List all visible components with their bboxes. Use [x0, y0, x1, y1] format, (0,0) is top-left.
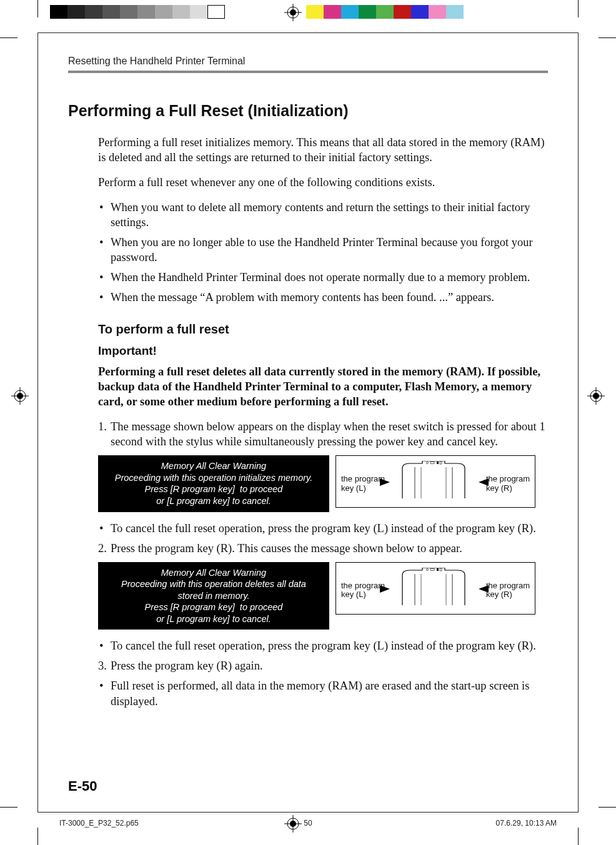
device-diagram-1: the program key (L) the program key (R) [335, 455, 535, 508]
arrow-right-icon [380, 478, 390, 486]
svg-point-20 [427, 462, 429, 464]
figure-1: Memory All Clear Warning Proceeding with… [98, 455, 548, 511]
arrow-right-icon [380, 585, 390, 593]
procedure-steps-final: To cancel the full reset operation, pres… [98, 638, 548, 708]
procedure-steps-cont: To cancel the full reset operation, pres… [98, 521, 548, 556]
swatch [446, 5, 464, 19]
lcd-line: stored in memory. [101, 590, 327, 602]
press-color-bar [50, 5, 481, 19]
registration-mark-icon [587, 387, 605, 405]
lcd-line: Memory All Clear Warning [101, 460, 327, 472]
procedure-heading: To perform a full reset [98, 321, 548, 337]
device-outline-icon [396, 568, 471, 608]
intro-paragraph: Performing a full reset initializes memo… [98, 135, 548, 165]
step-3: Press the program key (R) again. [98, 658, 548, 673]
registration-mark-icon [11, 387, 29, 405]
crop-mark [599, 37, 616, 38]
lcd-screen-1: Memory All Clear Warning Proceeding with… [98, 455, 329, 511]
svg-point-28 [427, 568, 429, 570]
swatch [324, 5, 341, 19]
lcd-line: or [L program key] to cancel. [101, 613, 327, 625]
step-1-cancel: To cancel the full reset operation, pres… [98, 521, 548, 536]
list-item: When you are no longer able to use the H… [98, 235, 548, 265]
procedure-steps: The message shown below appears on the d… [98, 419, 548, 449]
crop-mark [37, 0, 38, 17]
swatch [85, 5, 102, 19]
device-diagram-2: the program key (L) the program key (R) [335, 562, 535, 615]
svg-rect-22 [437, 462, 439, 464]
lcd-line: Proceeding with this operation deletes a… [101, 578, 327, 590]
section-title: Performing a Full Reset (Initialization) [68, 102, 548, 120]
body-text: Performing a full reset initializes memo… [98, 135, 548, 709]
step-2-cancel: To cancel the full reset operation, pres… [98, 638, 548, 653]
page-number: E-50 [68, 778, 97, 794]
running-header: Resetting the Handheld Printer Terminal [68, 56, 548, 73]
conditions-intro: Perform a full reset whenever any one of… [98, 175, 548, 190]
swatch [359, 5, 376, 19]
program-key-r-label: the program key (R) [486, 581, 530, 600]
lcd-line: or [L program key] to cancel. [101, 495, 327, 507]
svg-rect-31 [440, 568, 442, 571]
lcd-screen-2: Memory All Clear Warning Proceeding with… [98, 562, 329, 630]
lcd-line: Press [R program key] to proceed [101, 601, 327, 613]
crop-mark [37, 828, 38, 845]
swatch [190, 5, 207, 19]
swatch [172, 5, 190, 19]
important-warning: Performing a full reset deletes all data… [98, 364, 548, 409]
crop-mark [0, 37, 17, 38]
swatch [120, 5, 137, 19]
important-heading: Important! [98, 343, 548, 359]
crop-mark [578, 828, 579, 845]
device-outline-icon [396, 461, 471, 502]
swatch [394, 5, 411, 19]
swatch [137, 5, 155, 19]
page-frame: Resetting the Handheld Printer Terminal … [37, 32, 579, 813]
lcd-line: Press [R program key] to proceed [101, 483, 327, 495]
swatch [341, 5, 359, 19]
program-key-l-label: the program key (L) [341, 581, 385, 600]
swatch [411, 5, 429, 19]
lcd-line: Proceeding with this operation initializ… [101, 472, 327, 484]
swatch [207, 5, 225, 19]
svg-rect-30 [437, 568, 439, 571]
swatch [102, 5, 120, 19]
step-1: The message shown below appears on the d… [98, 419, 548, 449]
program-key-r-label: the program key (R) [486, 475, 530, 493]
svg-rect-29 [430, 568, 434, 570]
list-item: When the Handheld Printer Terminal does … [98, 270, 548, 285]
crop-mark [0, 807, 17, 808]
svg-rect-21 [430, 462, 434, 464]
step-3-result: Full reset is performed, all data in the… [98, 678, 548, 708]
swatch [306, 5, 324, 19]
svg-rect-23 [440, 462, 442, 464]
swatch [67, 5, 85, 19]
print-footer: IT-3000_E_P32_52.p65 50 07.6.29, 10:13 A… [59, 819, 557, 828]
crop-mark [599, 807, 616, 808]
figure-2: Memory All Clear Warning Proceeding with… [98, 562, 548, 630]
swatch [50, 5, 67, 19]
lcd-line: Memory All Clear Warning [101, 567, 327, 579]
crop-mark [578, 0, 579, 17]
program-key-l-label: the program key (L) [341, 475, 385, 493]
step-2: Press the program key (R). This causes t… [98, 541, 548, 556]
swatch [155, 5, 172, 19]
footer-page: 50 [59, 819, 557, 828]
swatch [429, 5, 446, 19]
list-item: When you want to delete all memory conte… [98, 200, 548, 230]
swatch [464, 5, 481, 19]
swatch [376, 5, 394, 19]
registration-mark-icon [284, 4, 302, 21]
list-item: When the message “A problem with memory … [98, 290, 548, 305]
conditions-list: When you want to delete all memory conte… [98, 200, 548, 305]
